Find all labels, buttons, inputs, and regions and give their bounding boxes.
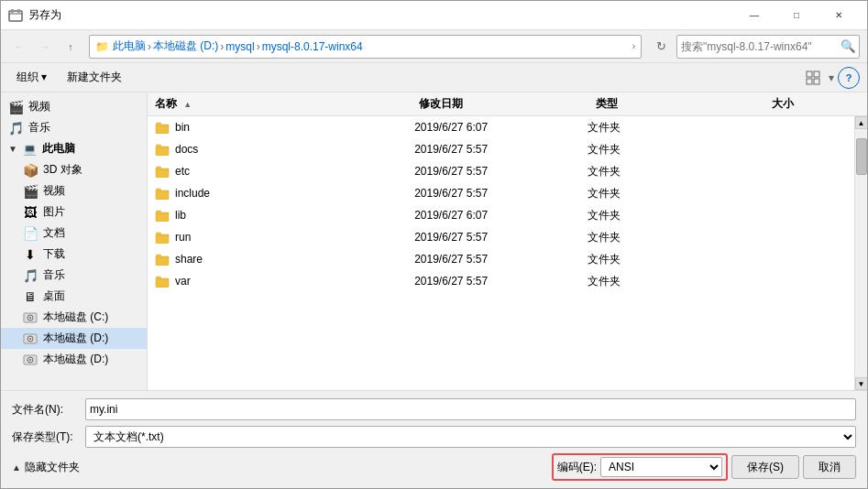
sidebar-item-d-drive2[interactable]: 本地磁盘 (D:) bbox=[1, 349, 147, 370]
file-type: 文件夹 bbox=[588, 186, 761, 201]
sidebar-item-pictures[interactable]: 🖼 图片 bbox=[1, 201, 147, 223]
sidebar-item-music1[interactable]: 🎵 音乐 bbox=[1, 117, 147, 138]
cancel-button[interactable]: 取消 bbox=[803, 455, 856, 479]
sidebar: 🎬 视频 🎵 音乐 ▼ 💻 此电脑 📦 3D 对象 🎬 视频 🖼 bbox=[1, 92, 148, 390]
right-controls: 编码(E): ANSI UTF-8 Unicode Unicode big en… bbox=[552, 453, 856, 481]
maximize-button[interactable]: □ bbox=[775, 1, 818, 30]
encoding-label: 编码(E): bbox=[557, 460, 597, 475]
file-name-text: include bbox=[175, 187, 210, 200]
sub-toolbar: 组织 ▾ 新建文件夹 ▾ ? bbox=[1, 63, 867, 92]
filename-input[interactable] bbox=[85, 398, 856, 420]
svg-point-15 bbox=[29, 359, 31, 361]
file-name-text: share bbox=[175, 253, 203, 266]
music-icon2: 🎵 bbox=[23, 268, 38, 283]
sidebar-label: 本地磁盘 (D:) bbox=[43, 352, 108, 367]
drive-d2-icon bbox=[23, 353, 38, 367]
hide-files-button[interactable]: ▲ 隐藏文件夹 bbox=[12, 460, 80, 475]
scroll-up-arrow[interactable]: ▲ bbox=[855, 116, 868, 129]
file-date: 2019/6/27 5:57 bbox=[414, 143, 588, 156]
encoding-select[interactable]: ANSI UTF-8 Unicode Unicode big endian bbox=[600, 457, 722, 477]
filename-row: 文件名(N): bbox=[12, 398, 856, 420]
filetype-select[interactable]: 文本文档(*.txt) bbox=[85, 426, 856, 448]
close-button[interactable]: ✕ bbox=[818, 1, 860, 30]
table-row[interactable]: var 2019/6/27 5:57 文件夹 bbox=[148, 270, 854, 292]
sidebar-item-3d[interactable]: 📦 3D 对象 bbox=[1, 159, 147, 180]
table-row[interactable]: run 2019/6/27 5:57 文件夹 bbox=[148, 226, 854, 248]
file-name-text: docs bbox=[175, 143, 198, 156]
breadcrumb[interactable]: 📁 此电脑 › 本地磁盘 (D:) › mysql › mysql-8.0.17… bbox=[89, 35, 642, 59]
desktop-icon: 🖥 bbox=[23, 289, 38, 304]
video-icon: 🎬 bbox=[8, 100, 23, 114]
sidebar-item-downloads[interactable]: ⬇ 下载 bbox=[1, 244, 147, 265]
folder-icon bbox=[155, 208, 170, 223]
search-input[interactable] bbox=[677, 40, 837, 53]
documents-icon: 📄 bbox=[23, 226, 38, 241]
vertical-scrollbar[interactable]: ▲ ▼ bbox=[854, 116, 867, 390]
minimize-button[interactable]: — bbox=[733, 1, 775, 30]
breadcrumb-mysql-version[interactable]: mysql-8.0.17-winx64 bbox=[262, 40, 363, 53]
sidebar-item-videos2[interactable]: 🎬 视频 bbox=[1, 180, 147, 201]
sidebar-label: 下载 bbox=[43, 246, 65, 262]
file-type: 文件夹 bbox=[588, 230, 761, 245]
table-row[interactable]: etc 2019/6/27 5:57 文件夹 bbox=[148, 160, 854, 182]
sidebar-label: 本地磁盘 (C:) bbox=[43, 310, 108, 325]
3d-icon: 📦 bbox=[23, 163, 38, 178]
pictures-icon: 🖼 bbox=[23, 205, 38, 220]
save-button[interactable]: 保存(S) bbox=[731, 455, 799, 479]
view-dropdown-arrow: ▾ bbox=[829, 71, 834, 84]
folder-icon bbox=[155, 142, 170, 157]
breadcrumb-computer[interactable]: 此电脑 bbox=[113, 38, 146, 54]
expand-arrow: ▼ bbox=[8, 144, 17, 154]
scroll-down-arrow[interactable]: ▼ bbox=[855, 377, 868, 390]
table-row[interactable]: lib 2019/6/27 6:07 文件夹 bbox=[148, 204, 854, 226]
refresh-button[interactable]: ↻ bbox=[649, 35, 673, 59]
table-row[interactable]: docs 2019/6/27 5:57 文件夹 bbox=[148, 138, 854, 160]
forward-button[interactable]: → bbox=[34, 36, 56, 58]
up-button[interactable]: ↑ bbox=[60, 36, 82, 58]
computer-icon: 💻 bbox=[23, 143, 37, 156]
table-row[interactable]: share 2019/6/27 5:57 文件夹 bbox=[148, 248, 854, 270]
bottom-controls: ▲ 隐藏文件夹 编码(E): ANSI UTF-8 Unicode Unicod… bbox=[12, 453, 856, 481]
file-type: 文件夹 bbox=[588, 164, 761, 179]
header-size[interactable]: 大小 bbox=[772, 96, 860, 112]
sidebar-item-d-drive[interactable]: 本地磁盘 (D:) bbox=[1, 328, 147, 349]
folder-icon bbox=[155, 164, 170, 179]
folder-icon bbox=[155, 120, 170, 135]
file-date: 2019/6/27 6:07 bbox=[414, 121, 588, 134]
view-options-button[interactable] bbox=[801, 66, 825, 90]
breadcrumb-mysql[interactable]: mysql bbox=[225, 40, 254, 53]
svg-point-12 bbox=[29, 338, 31, 340]
sidebar-label: 音乐 bbox=[43, 267, 65, 283]
save-as-dialog: 另存为 — □ ✕ ← → ↑ 📁 此电脑 › 本地磁盘 (D:) › mysq… bbox=[0, 0, 868, 489]
sidebar-label: 音乐 bbox=[28, 120, 50, 136]
svg-rect-1 bbox=[11, 9, 14, 13]
table-row[interactable]: bin 2019/6/27 6:07 文件夹 bbox=[148, 116, 854, 138]
breadcrumb-d[interactable]: 本地磁盘 (D:) bbox=[153, 38, 218, 54]
file-name-text: etc bbox=[175, 165, 190, 178]
scroll-track[interactable] bbox=[855, 129, 868, 377]
svg-rect-2 bbox=[17, 9, 20, 13]
video-icon2: 🎬 bbox=[23, 184, 38, 199]
sidebar-item-desktop[interactable]: 🖥 桌面 bbox=[1, 286, 147, 307]
address-toolbar: ← → ↑ 📁 此电脑 › 本地磁盘 (D:) › mysql › mysql-… bbox=[1, 30, 867, 63]
organize-button[interactable]: 组织 ▾ bbox=[8, 66, 55, 90]
header-date[interactable]: 修改日期 bbox=[419, 96, 595, 112]
sidebar-item-music2[interactable]: 🎵 音乐 bbox=[1, 265, 147, 286]
sidebar-item-documents[interactable]: 📄 文档 bbox=[1, 223, 147, 244]
back-button[interactable]: ← bbox=[8, 36, 30, 58]
sidebar-this-pc[interactable]: ▼ 💻 此电脑 bbox=[1, 138, 147, 159]
scroll-thumb[interactable] bbox=[856, 138, 867, 175]
new-folder-button[interactable]: 新建文件夹 bbox=[59, 66, 130, 90]
breadcrumb-icon: 📁 bbox=[95, 40, 109, 53]
file-list: bin 2019/6/27 6:07 文件夹 docs 2019/6/27 5:… bbox=[148, 116, 854, 390]
filetype-label: 保存类型(T): bbox=[12, 429, 85, 445]
help-button[interactable]: ? bbox=[838, 67, 860, 89]
sidebar-item-videos1[interactable]: 🎬 视频 bbox=[1, 96, 147, 117]
folder-icon bbox=[155, 186, 170, 201]
header-type[interactable]: 类型 bbox=[596, 96, 772, 112]
search-button[interactable]: 🔍 bbox=[837, 36, 859, 58]
downloads-icon: ⬇ bbox=[23, 247, 38, 262]
header-name[interactable]: 名称 ▲ bbox=[155, 96, 419, 112]
sidebar-item-c-drive[interactable]: 本地磁盘 (C:) bbox=[1, 307, 147, 328]
table-row[interactable]: include 2019/6/27 5:57 文件夹 bbox=[148, 182, 854, 204]
